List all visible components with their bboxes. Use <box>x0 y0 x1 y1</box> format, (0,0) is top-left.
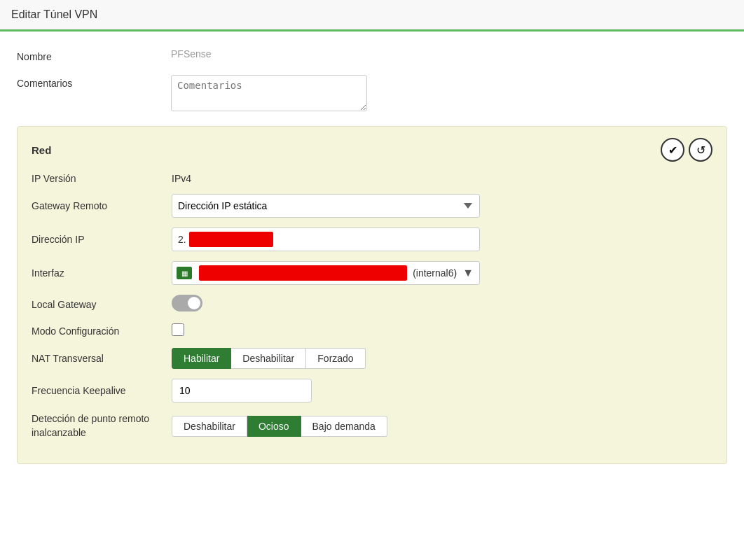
deteccion-row: Detección de punto remoto inalcanzable D… <box>32 412 712 440</box>
nombre-value: PFSense <box>171 48 212 59</box>
section-title: Red <box>32 144 51 156</box>
comentarios-label: Comentarios <box>17 75 171 89</box>
confirm-button[interactable]: ✔ <box>661 138 684 162</box>
top-bar: Editar Túnel VPN <box>0 0 744 31</box>
interfaz-dropdown-arrow: ▼ <box>462 267 479 279</box>
ip-input-wrapper[interactable]: 2. <box>172 227 480 251</box>
modo-config-checkbox[interactable] <box>172 323 184 336</box>
interfaz-row: Interfaz ▦ (internal6) ▼ <box>32 261 712 285</box>
deteccion-ocioso-button[interactable]: Ocioso <box>247 416 301 437</box>
page-title: Editar Túnel VPN <box>11 8 733 21</box>
keepalive-label: Frecuencia Keepalive <box>32 385 172 396</box>
local-gateway-toggle[interactable] <box>172 295 202 312</box>
nat-habilitar-button[interactable]: Habilitar <box>172 348 231 369</box>
nat-transversal-row: NAT Transversal Habilitar Deshabilitar F… <box>32 348 712 369</box>
deteccion-label: Detección de punto remoto inalcanzable <box>32 412 172 440</box>
ip-version-label: IP Versión <box>32 173 172 184</box>
nombre-row: Nombre PFSense <box>17 48 727 62</box>
local-gateway-label: Local Gateway <box>32 299 172 310</box>
direccion-ip-row: Dirección IP 2. <box>32 227 712 251</box>
network-icon-symbol: ▦ <box>181 270 188 277</box>
interfaz-wrapper[interactable]: ▦ (internal6) ▼ <box>172 261 480 285</box>
gateway-remoto-select[interactable]: Dirección IP estática <box>172 194 480 218</box>
comentarios-row: Comentarios <box>17 75 727 113</box>
nombre-label: Nombre <box>17 48 171 62</box>
section-actions: ✔ ↺ <box>661 138 712 162</box>
keepalive-row: Frecuencia Keepalive <box>32 379 712 402</box>
deteccion-deshabilitar-button[interactable]: Deshabilitar <box>172 416 247 437</box>
nat-transversal-group: Habilitar Deshabilitar Forzado <box>172 348 712 369</box>
ip-prefix: 2. <box>172 234 189 245</box>
interfaz-suffix: (internal6) <box>410 267 462 279</box>
confirm-icon: ✔ <box>668 144 677 157</box>
interfaz-redacted <box>199 265 407 281</box>
section-header: Red ✔ ↺ <box>32 138 712 162</box>
modo-config-row: Modo Configuración <box>32 323 712 338</box>
deteccion-bajo-demanda-button[interactable]: Bajo demanda <box>301 416 387 437</box>
deteccion-label-line1: Detección de punto remoto <box>32 413 149 424</box>
comentarios-input[interactable] <box>171 75 367 111</box>
ip-redacted <box>189 232 273 247</box>
deteccion-group: Deshabilitar Ocioso Bajo demanda <box>172 416 712 437</box>
direccion-ip-label: Dirección IP <box>32 234 172 245</box>
interfaz-icon-wrapper: ▦ <box>172 267 196 279</box>
ip-version-value: IPv4 <box>172 173 191 184</box>
nat-forzado-button[interactable]: Forzado <box>306 348 365 369</box>
interfaz-label: Interfaz <box>32 267 172 279</box>
modo-config-label: Modo Configuración <box>32 326 172 337</box>
deteccion-label-line2: inalcanzable <box>32 427 86 438</box>
keepalive-input[interactable] <box>172 379 312 402</box>
nat-transversal-label: NAT Transversal <box>32 353 172 364</box>
ip-version-row: IP Versión IPv4 <box>32 173 712 184</box>
gateway-remoto-label: Gateway Remoto <box>32 200 172 211</box>
gateway-remoto-row: Gateway Remoto Dirección IP estática <box>32 194 712 218</box>
local-gateway-row: Local Gateway <box>32 295 712 314</box>
network-icon: ▦ <box>177 267 192 279</box>
reset-button[interactable]: ↺ <box>689 138 712 162</box>
nat-deshabilitar-button[interactable]: Deshabilitar <box>231 348 306 369</box>
reset-icon: ↺ <box>696 144 705 157</box>
red-section: Red ✔ ↺ IP Versión IPv4 Gateway Remoto <box>17 126 727 464</box>
toggle-slider <box>172 295 202 312</box>
